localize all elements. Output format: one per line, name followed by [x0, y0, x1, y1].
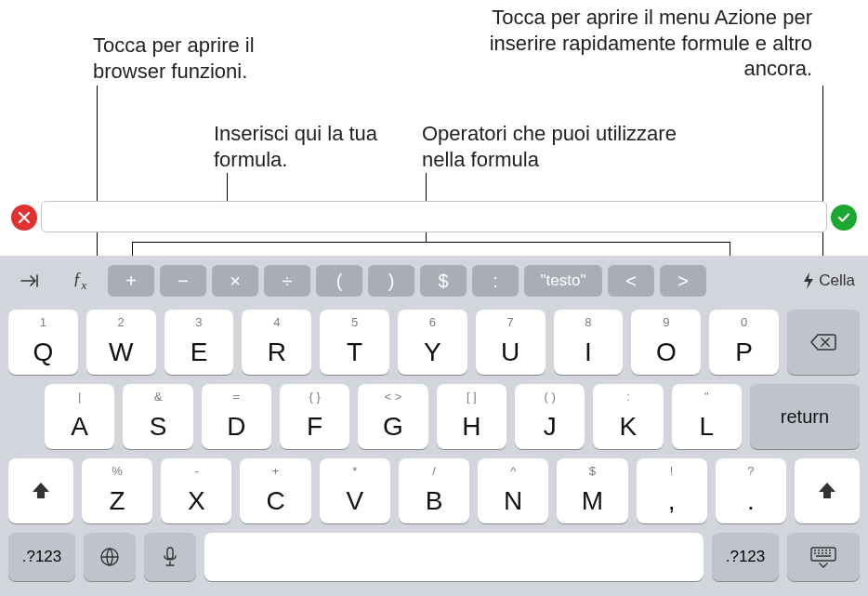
key-K[interactable]: :K: [593, 384, 663, 449]
op-text[interactable]: "testo": [524, 265, 602, 297]
op-close-paren[interactable]: ): [368, 265, 414, 297]
key-O[interactable]: 9O: [631, 310, 701, 375]
op-dollar[interactable]: $: [420, 265, 467, 297]
key-row-2: |A&S=D{ }F< >G[ ]H( )J:K"Lreturn: [0, 384, 868, 449]
key-R[interactable]: 4R: [242, 310, 311, 375]
op-minus[interactable]: −: [160, 265, 206, 297]
key-label: K: [620, 412, 638, 442]
op-multiply[interactable]: ×: [212, 265, 258, 297]
op-lt[interactable]: <: [608, 265, 654, 297]
key-label: F: [307, 412, 322, 442]
op-plus[interactable]: +: [108, 265, 154, 297]
key-sublabel: 1: [40, 315, 46, 329]
globe-key[interactable]: [84, 533, 136, 581]
key-W[interactable]: 2W: [86, 310, 156, 375]
hide-keyboard-icon: [809, 546, 837, 568]
key-V[interactable]: *V: [320, 458, 390, 523]
key-label: Q: [33, 338, 54, 367]
key-N[interactable]: ^N: [478, 458, 548, 523]
key-sublabel: !: [670, 464, 674, 478]
hide-keyboard-key[interactable]: [787, 533, 860, 581]
key-label: S: [150, 412, 167, 442]
key-U[interactable]: 7U: [476, 310, 546, 375]
key-row-4: .?123 .?123: [0, 533, 868, 581]
backspace-key[interactable]: [787, 310, 860, 375]
op-open-paren[interactable]: (: [316, 265, 362, 297]
key-sublabel: 7: [507, 315, 514, 329]
callout-leader: [97, 86, 98, 262]
svg-rect-2: [811, 548, 835, 561]
callout-formula: Inserisci qui la tua formula.: [214, 121, 418, 172]
cell-button[interactable]: Cella: [796, 265, 861, 297]
key-E[interactable]: 3E: [164, 310, 234, 375]
bolt-icon: [802, 272, 815, 289]
keyboard: ƒx + − × ÷ ( ) $ : "testo" < > Cella 1Q2…: [0, 256, 868, 596]
op-gt[interactable]: >: [660, 265, 706, 297]
mode-label: .?123: [22, 548, 62, 566]
return-key[interactable]: return: [750, 384, 860, 449]
key-label: J: [544, 412, 557, 442]
key-label: V: [346, 486, 363, 516]
key-L[interactable]: "L: [672, 384, 742, 449]
key-A[interactable]: |A: [45, 384, 114, 449]
key-M[interactable]: $M: [557, 458, 627, 523]
shift-icon: [30, 480, 52, 502]
callout-leader: [822, 86, 823, 262]
key-label: A: [71, 412, 88, 442]
key-G[interactable]: < >G: [358, 384, 427, 449]
key-sublabel: *: [352, 464, 357, 478]
mode-key-left[interactable]: .?123: [8, 533, 75, 581]
key-Z[interactable]: %Z: [82, 458, 152, 523]
key-S[interactable]: &S: [123, 384, 192, 449]
key-label: ,: [668, 486, 676, 516]
key-Y[interactable]: 6Y: [398, 310, 467, 375]
callout-fx: Tocca per aprire il browser funzioni.: [93, 33, 316, 84]
function-row: ƒx + − × ÷ ( ) $ : "testo" < > Cella: [0, 263, 868, 298]
tab-key[interactable]: [7, 265, 52, 297]
shift-key[interactable]: [795, 458, 860, 523]
key-I[interactable]: 8I: [554, 310, 624, 375]
key-Q[interactable]: 1Q: [8, 310, 78, 375]
key-D[interactable]: =D: [202, 384, 271, 449]
key-label: B: [426, 486, 443, 516]
key-sublabel: |: [78, 390, 81, 404]
key-sublabel: 8: [585, 315, 591, 329]
return-label: return: [781, 406, 829, 428]
cancel-button[interactable]: [11, 205, 37, 231]
globe-icon: [99, 546, 121, 568]
mode-key-right[interactable]: .?123: [712, 533, 779, 581]
mic-key[interactable]: [144, 533, 196, 581]
key-F[interactable]: { }F: [280, 384, 349, 449]
key-X[interactable]: -X: [161, 458, 231, 523]
op-colon[interactable]: :: [472, 265, 519, 297]
key-sublabel: :: [626, 390, 630, 404]
key-sublabel: 5: [351, 315, 358, 329]
key-label: I: [585, 338, 592, 367]
key-label: U: [501, 338, 519, 367]
key-C[interactable]: +C: [240, 458, 310, 523]
key-sublabel: +: [272, 464, 280, 478]
key-sublabel: 4: [273, 315, 280, 329]
confirm-button[interactable]: [831, 205, 857, 231]
key-J[interactable]: ( )J: [515, 384, 585, 449]
key-T[interactable]: 5T: [320, 310, 389, 375]
key-row-1: 1Q2W3E4R5T6Y7U8I9O0P: [0, 310, 868, 375]
space-key[interactable]: [204, 533, 704, 581]
op-divide[interactable]: ÷: [264, 265, 310, 297]
key-.[interactable]: ?.: [716, 458, 786, 523]
formula-editor[interactable]: [41, 201, 827, 232]
key-sublabel: 2: [118, 315, 125, 329]
cell-button-label: Cella: [819, 272, 855, 290]
key-,[interactable]: !,: [637, 458, 707, 523]
fx-button[interactable]: ƒx: [58, 265, 102, 297]
shift-icon: [816, 480, 838, 502]
key-sublabel: 0: [741, 315, 747, 329]
key-sublabel: &: [154, 390, 163, 404]
key-H[interactable]: [ ]H: [437, 384, 506, 449]
key-B[interactable]: /B: [399, 458, 469, 523]
key-label: C: [266, 486, 284, 516]
shift-key[interactable]: [8, 458, 73, 523]
key-label: G: [383, 412, 403, 442]
key-sublabel: 6: [429, 315, 436, 329]
key-P[interactable]: 0P: [709, 310, 779, 375]
